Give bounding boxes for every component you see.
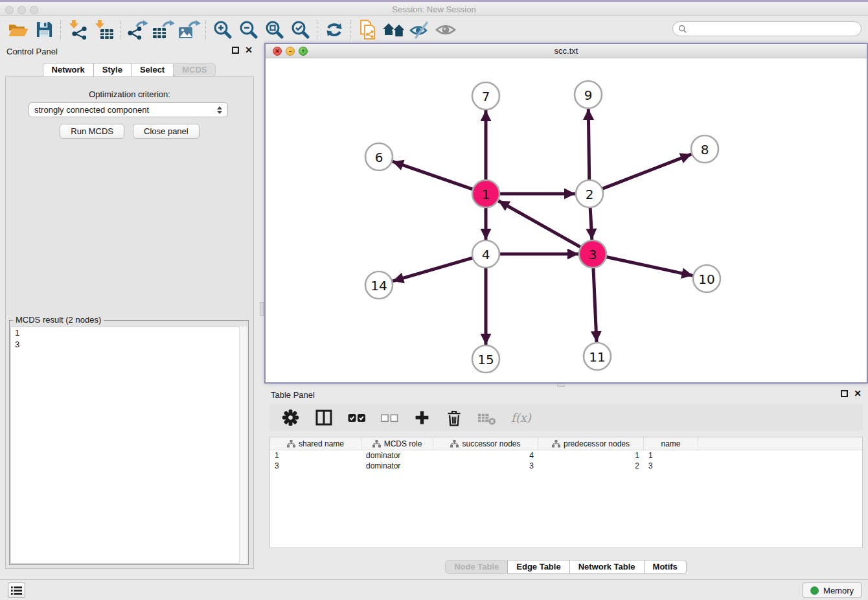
export-image-icon bbox=[177, 20, 201, 40]
save-session-button[interactable] bbox=[31, 18, 57, 41]
column-header-shared-name[interactable]: shared name bbox=[270, 437, 361, 450]
tab-network[interactable]: Network bbox=[43, 63, 94, 77]
refresh-button[interactable] bbox=[321, 18, 347, 41]
graph-node-15[interactable]: 15 bbox=[472, 345, 499, 373]
graph-node-label: 9 bbox=[584, 87, 593, 103]
double-house-button[interactable] bbox=[381, 18, 407, 41]
zoom-selected-button[interactable] bbox=[288, 18, 314, 41]
result-scrollbar[interactable] bbox=[239, 327, 247, 564]
column-header-mcds-role[interactable]: MCDS role bbox=[361, 437, 433, 450]
memory-button[interactable]: Memory bbox=[803, 583, 862, 598]
table-toolbar: f(x) bbox=[269, 404, 863, 431]
import-table-button[interactable] bbox=[91, 18, 117, 41]
tab-network-table[interactable]: Network Table bbox=[569, 560, 645, 574]
graph-edge-3-1[interactable] bbox=[498, 201, 582, 248]
import-network-icon bbox=[67, 20, 89, 40]
run-mcds-button[interactable]: Run MCDS bbox=[60, 124, 124, 139]
graph-node-label: 14 bbox=[371, 278, 387, 294]
graph-node-6[interactable]: 6 bbox=[365, 143, 393, 170]
close-panel-button[interactable]: Close panel bbox=[133, 124, 200, 139]
table-cell: 3 bbox=[270, 461, 361, 471]
chevron-up-down-icon bbox=[217, 106, 222, 114]
mcds-result-list[interactable]: 13 bbox=[10, 327, 247, 564]
result-item: 3 bbox=[11, 339, 247, 351]
column-header-successor-nodes[interactable]: successor nodes bbox=[433, 437, 538, 450]
document-share-button[interactable] bbox=[355, 18, 381, 41]
search-box[interactable] bbox=[672, 21, 862, 36]
graph-node-8[interactable]: 8 bbox=[691, 135, 718, 163]
toolbar-separator bbox=[317, 20, 318, 40]
network-canvas[interactable]: 1234678910111415 bbox=[266, 58, 867, 382]
table-row[interactable]: 1dominator411 bbox=[270, 450, 862, 461]
splitter-grip[interactable] bbox=[260, 302, 264, 316]
tab-motifs[interactable]: Motifs bbox=[644, 560, 687, 574]
refresh-icon bbox=[325, 20, 344, 40]
table-cell: 1 bbox=[538, 450, 644, 461]
graph-node-4[interactable]: 4 bbox=[472, 240, 499, 268]
export-table-button[interactable] bbox=[150, 18, 176, 41]
column-header-predecessor-nodes[interactable]: predecessor nodes bbox=[538, 437, 644, 450]
export-image-button[interactable] bbox=[176, 18, 202, 41]
graph-edge-2-9[interactable] bbox=[588, 109, 589, 181]
tab-mcds[interactable]: MCDS bbox=[173, 63, 216, 77]
split-view-icon[interactable] bbox=[315, 409, 333, 427]
delete-icon[interactable] bbox=[446, 409, 463, 427]
zoom-out-button[interactable] bbox=[236, 18, 262, 41]
deselect-all-icon[interactable] bbox=[381, 409, 398, 427]
graph-node-3[interactable]: 3 bbox=[579, 240, 606, 268]
zoom-in-button[interactable] bbox=[210, 18, 236, 41]
close-panel-icon[interactable]: ✕ bbox=[245, 47, 253, 54]
float-panel-icon[interactable] bbox=[841, 390, 848, 397]
result-item: 1 bbox=[11, 327, 247, 339]
optimization-criterion-select[interactable]: strongly connected component bbox=[29, 102, 228, 117]
tab-style[interactable]: Style bbox=[93, 63, 131, 77]
eye-slash-button[interactable] bbox=[407, 18, 433, 41]
graph-node-7[interactable]: 7 bbox=[472, 82, 499, 110]
search-input[interactable] bbox=[690, 24, 856, 34]
open-session-button[interactable] bbox=[5, 18, 31, 41]
graph-node-1[interactable]: 1 bbox=[472, 180, 499, 207]
zoom-fit-icon bbox=[264, 19, 285, 40]
delete-table-icon[interactable] bbox=[477, 410, 496, 426]
select-all-icon[interactable] bbox=[348, 409, 366, 427]
import-network-button[interactable] bbox=[65, 18, 91, 41]
settings-gear-icon[interactable] bbox=[281, 408, 300, 427]
tab-node-table[interactable]: Node Table bbox=[445, 560, 508, 574]
graph-edge-1-6[interactable] bbox=[393, 161, 474, 190]
node-table-body: 1dominator4113dominator323 bbox=[270, 450, 862, 471]
graph-node-10[interactable]: 10 bbox=[693, 265, 720, 292]
task-history-button[interactable] bbox=[8, 583, 25, 598]
graph-edge-3-11[interactable] bbox=[593, 266, 597, 342]
zoom-fit-button[interactable] bbox=[262, 18, 288, 41]
graph-node-label: 8 bbox=[701, 142, 709, 157]
graph-edge-2-8[interactable] bbox=[601, 154, 692, 189]
graph-node-label: 4 bbox=[482, 247, 490, 262]
graph-edge-2-3[interactable] bbox=[590, 206, 592, 240]
eye-button[interactable] bbox=[433, 18, 459, 41]
vertical-splitter[interactable] bbox=[259, 43, 264, 579]
graph-node-2[interactable]: 2 bbox=[576, 180, 603, 207]
graph-node-9[interactable]: 9 bbox=[575, 81, 602, 108]
close-panel-icon[interactable]: ✕ bbox=[854, 390, 862, 397]
table-row[interactable]: 3dominator323 bbox=[270, 461, 862, 471]
function-builder-icon[interactable]: f(x) bbox=[511, 411, 531, 424]
graph-edge-3-10[interactable] bbox=[605, 257, 693, 275]
network-window: ✕ – + scc.txt 1234678910111415 bbox=[264, 43, 868, 384]
table-panel-tabs: Node TableEdge TableNetwork TableMotifs bbox=[264, 560, 868, 574]
graph-node-14[interactable]: 14 bbox=[365, 271, 393, 299]
tab-select[interactable]: Select bbox=[131, 63, 174, 77]
network-window-titlebar[interactable]: ✕ – + scc.txt bbox=[266, 44, 867, 58]
float-panel-icon[interactable] bbox=[232, 47, 239, 54]
toolbar-separator bbox=[205, 20, 207, 40]
graph-node-label: 6 bbox=[375, 150, 383, 165]
tab-edge-table[interactable]: Edge Table bbox=[507, 560, 569, 574]
mcds-result-box: MCDS result (2 nodes) 13 bbox=[9, 320, 249, 565]
add-column-icon[interactable] bbox=[413, 409, 431, 426]
graph-edge-4-14[interactable] bbox=[393, 257, 474, 281]
status-bar: Memory bbox=[0, 579, 868, 600]
export-network-button[interactable] bbox=[124, 18, 150, 41]
graph-node-11[interactable]: 11 bbox=[584, 343, 611, 370]
export-network-icon bbox=[126, 20, 148, 40]
dropdown-value: strongly connected component bbox=[34, 105, 217, 115]
column-header-name[interactable]: name bbox=[644, 437, 698, 450]
